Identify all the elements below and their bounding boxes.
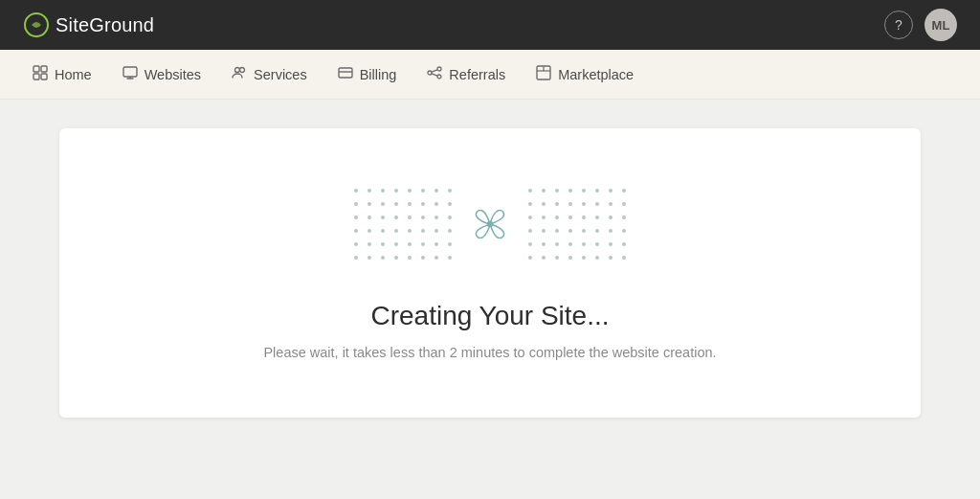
- svg-point-46: [555, 202, 559, 206]
- svg-point-60: [528, 215, 532, 219]
- svg-point-13: [437, 67, 441, 71]
- svg-point-77: [542, 229, 546, 233]
- websites-icon: [122, 65, 138, 83]
- svg-point-40: [408, 202, 412, 206]
- navbar: Home Websites Services Bil: [0, 50, 980, 100]
- home-icon: [33, 65, 48, 83]
- svg-point-62: [555, 215, 559, 219]
- avatar[interactable]: ML: [924, 9, 957, 41]
- nav-label-billing: Billing: [360, 67, 397, 82]
- svg-point-73: [421, 229, 425, 233]
- nav-item-billing[interactable]: Billing: [324, 57, 411, 91]
- svg-point-43: [448, 202, 452, 206]
- svg-point-25: [421, 189, 425, 193]
- nav-label-referrals: Referrals: [449, 67, 505, 82]
- svg-point-74: [434, 229, 438, 233]
- svg-point-81: [595, 229, 599, 233]
- svg-point-28: [528, 189, 532, 193]
- nav-item-home[interactable]: Home: [19, 57, 105, 91]
- svg-point-26: [434, 189, 438, 193]
- nav-item-websites[interactable]: Websites: [109, 57, 214, 91]
- billing-icon: [338, 65, 353, 83]
- svg-point-86: [381, 242, 385, 246]
- svg-point-44: [528, 202, 532, 206]
- svg-point-92: [528, 242, 532, 246]
- services-icon: [232, 65, 247, 83]
- svg-point-38: [381, 202, 385, 206]
- svg-point-87: [394, 242, 398, 246]
- svg-point-55: [394, 215, 398, 219]
- creating-title: Creating Your Site...: [370, 301, 609, 331]
- svg-point-42: [434, 202, 438, 206]
- nav-item-marketplace[interactable]: Marketplace: [523, 57, 647, 91]
- svg-point-56: [408, 215, 412, 219]
- svg-point-72: [408, 229, 412, 233]
- nav-label-home: Home: [55, 67, 92, 82]
- svg-point-63: [568, 215, 572, 219]
- svg-point-45: [542, 202, 546, 206]
- svg-line-15: [432, 70, 437, 72]
- svg-point-24: [408, 189, 412, 193]
- svg-point-104: [408, 256, 412, 260]
- nav-item-services[interactable]: Services: [218, 57, 321, 91]
- svg-point-103: [394, 256, 398, 260]
- svg-point-112: [582, 256, 586, 260]
- svg-rect-4: [41, 74, 47, 79]
- svg-point-31: [568, 189, 572, 193]
- help-button[interactable]: ?: [884, 11, 913, 39]
- nav-label-websites: Websites: [145, 67, 201, 82]
- svg-point-48: [582, 202, 586, 206]
- svg-point-12: [428, 71, 432, 75]
- svg-point-29: [542, 189, 546, 193]
- svg-point-69: [368, 229, 371, 233]
- svg-point-59: [448, 215, 452, 219]
- svg-point-90: [434, 242, 438, 246]
- svg-point-66: [609, 215, 612, 219]
- svg-point-79: [568, 229, 572, 233]
- nav-label-services: Services: [254, 67, 307, 82]
- logo-text: SiteGround: [56, 14, 154, 36]
- svg-point-14: [437, 75, 441, 79]
- svg-rect-5: [123, 67, 137, 77]
- svg-point-36: [354, 202, 358, 206]
- svg-point-93: [542, 242, 546, 246]
- svg-point-70: [381, 229, 385, 233]
- svg-point-71: [394, 229, 398, 233]
- svg-point-33: [595, 189, 599, 193]
- svg-point-41: [421, 202, 425, 206]
- svg-point-85: [368, 242, 371, 246]
- svg-point-113: [595, 256, 599, 260]
- svg-line-16: [432, 74, 437, 76]
- svg-point-101: [368, 256, 371, 260]
- svg-point-76: [528, 229, 532, 233]
- svg-point-65: [595, 215, 599, 219]
- nav-item-referrals[interactable]: Referrals: [413, 57, 519, 91]
- svg-point-58: [434, 215, 438, 219]
- svg-point-54: [381, 215, 385, 219]
- svg-point-115: [622, 256, 626, 260]
- svg-point-20: [354, 189, 358, 193]
- svg-point-110: [555, 256, 559, 260]
- svg-point-37: [368, 202, 371, 206]
- svg-rect-2: [41, 66, 47, 72]
- svg-rect-3: [33, 74, 39, 79]
- svg-point-9: [240, 68, 245, 73]
- pinwheel: [463, 197, 517, 251]
- topbar: SiteGround ? ML: [0, 0, 980, 50]
- svg-point-47: [568, 202, 572, 206]
- svg-point-22: [381, 189, 385, 193]
- svg-point-96: [582, 242, 586, 246]
- svg-point-39: [394, 202, 398, 206]
- svg-point-109: [542, 256, 546, 260]
- svg-point-68: [354, 229, 358, 233]
- svg-point-49: [595, 202, 599, 206]
- svg-point-83: [622, 229, 626, 233]
- svg-point-8: [235, 68, 240, 73]
- svg-point-88: [408, 242, 412, 246]
- svg-point-91: [448, 242, 452, 246]
- svg-rect-1: [33, 66, 39, 72]
- svg-point-51: [622, 202, 626, 206]
- svg-point-82: [609, 229, 612, 233]
- svg-point-114: [609, 256, 612, 260]
- svg-point-89: [421, 242, 425, 246]
